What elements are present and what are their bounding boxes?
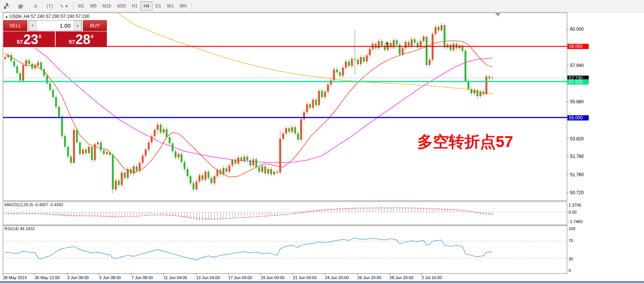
svg-text:50.720: 50.720	[570, 190, 584, 195]
timeframe-button-m1[interactable]: M1	[75, 1, 87, 10]
toolbar: ▞E ▦F A ⟨T⟩ ⇖ ▾ M1 M5 M15 M30 H1 H4 D1 W…	[0, 0, 644, 12]
svg-text:17 Jun 00:00: 17 Jun 00:00	[228, 275, 252, 280]
svg-text:11 Jun 04:00: 11 Jun 04:00	[164, 275, 187, 280]
svg-text:55.880: 55.880	[570, 99, 584, 104]
crosshair-mark: †	[385, 40, 389, 49]
svg-text:55.000: 55.000	[569, 115, 583, 120]
volume-input[interactable]	[37, 21, 74, 31]
text-box-tool-icon[interactable]: ⟨T⟩	[43, 1, 56, 11]
svg-text:7 Jun 08:00: 7 Jun 08:00	[131, 275, 153, 280]
svg-text:53.820: 53.820	[570, 136, 584, 141]
symbol-ohlc-line: ▲ USOil-,H4 57.240 57.290 57.190 57.230	[5, 14, 89, 19]
svg-text:28 Jun 20:00: 28 Jun 20:00	[390, 275, 414, 280]
one-click-trade-panel: SELL ▼ ▲ BUY 57230 57280	[3, 20, 107, 47]
svg-text:24 Jun 20:00: 24 Jun 20:00	[325, 275, 349, 280]
svg-text:3 Jun 08:00: 3 Jun 08:00	[67, 275, 89, 280]
grid-tool-icon[interactable]: ▦F	[15, 1, 28, 11]
svg-text:19 Jun 00:00: 19 Jun 00:00	[261, 275, 285, 280]
svg-text:60.000: 60.000	[570, 27, 584, 32]
timeframe-button-m5[interactable]: M5	[87, 1, 100, 10]
text-label-tool-icon[interactable]: A	[29, 1, 42, 11]
timeframe-button-mn[interactable]: MN	[177, 1, 190, 10]
panel-frame	[3, 202, 567, 225]
svg-text:5 Jun 08:00: 5 Jun 08:00	[99, 275, 121, 280]
svg-text:59.000: 59.000	[569, 44, 583, 49]
svg-text:21 Jun 00:00: 21 Jun 00:00	[293, 275, 317, 280]
svg-text:52.780: 52.780	[570, 154, 584, 159]
svg-text:100: 100	[569, 226, 575, 231]
svg-text:57.940: 57.940	[570, 63, 584, 68]
pattern-tool-icon[interactable]: ▞E	[1, 1, 13, 11]
annotation-text: 多空转折点57	[417, 131, 513, 152]
timeframe-button-w1[interactable]: W1	[164, 1, 177, 10]
svg-text:-1.7483: -1.7483	[569, 219, 582, 224]
svg-text:2 Jul 16:00: 2 Jul 16:00	[422, 275, 442, 280]
timeframe-button-m15[interactable]: M15	[99, 1, 114, 10]
volume-increase-button[interactable]: ▲	[74, 21, 81, 31]
buy-button[interactable]: BUY	[83, 20, 107, 31]
svg-text:30: 30	[569, 257, 573, 261]
svg-text:13 Jun 04:00: 13 Jun 04:00	[196, 275, 220, 280]
timeframe-button-h4[interactable]: H4	[140, 1, 152, 10]
mt4-window: ▞E ▦F A ⟨T⟩ ⇖ ▾ M1 M5 M15 M30 H1 H4 D1 W…	[0, 0, 644, 284]
svg-text:1.3706: 1.3706	[569, 203, 581, 207]
bottom-dock-edge	[0, 281, 644, 284]
time-scale[interactable]: 28 May 201930 May 12:003 Jun 08:005 Jun …	[3, 274, 442, 280]
chart-shift-marker-icon[interactable]	[495, 13, 501, 16]
svg-text:30 May 12:00: 30 May 12:00	[35, 275, 60, 280]
rsi-indicator-label: RSI(14) 44.1833	[4, 226, 35, 231]
svg-text:26 Jun 20:00: 26 Jun 20:00	[357, 275, 381, 280]
toolbar-separator	[192, 2, 192, 10]
toolbar-separator	[73, 2, 73, 10]
panel-frame	[3, 226, 567, 274]
volume-decrease-button[interactable]: ▼	[29, 21, 37, 31]
svg-text:51.760: 51.760	[570, 172, 584, 177]
svg-text:28 May 2019: 28 May 2019	[3, 275, 27, 280]
buy-price[interactable]: 57280	[56, 31, 107, 47]
timeframe-button-h1[interactable]: H1	[129, 1, 140, 10]
svg-text:0: 0	[569, 268, 571, 273]
timeframe-button-d1[interactable]: D1	[152, 1, 164, 10]
volume-stepper: ▼ ▲	[28, 20, 82, 31]
svg-text:57.020: 57.020	[569, 79, 583, 85]
svg-text:70: 70	[569, 238, 573, 243]
arrows-tool-icon[interactable]: ⇖ ▾	[58, 1, 70, 11]
collapse-triangle-icon[interactable]: ▲	[5, 15, 8, 18]
svg-text:0.00: 0.00	[569, 210, 576, 214]
sell-button[interactable]: SELL	[3, 20, 27, 31]
price-scale[interactable]: 60.00057.94055.88053.82052.78051.76050.7…	[567, 27, 589, 273]
timeframe-button-m30[interactable]: M30	[114, 1, 129, 10]
macd-indicator-label: MACD(12,26,9) -0.4807 -0.4392	[4, 202, 63, 207]
sell-price[interactable]: 57230	[3, 31, 55, 47]
